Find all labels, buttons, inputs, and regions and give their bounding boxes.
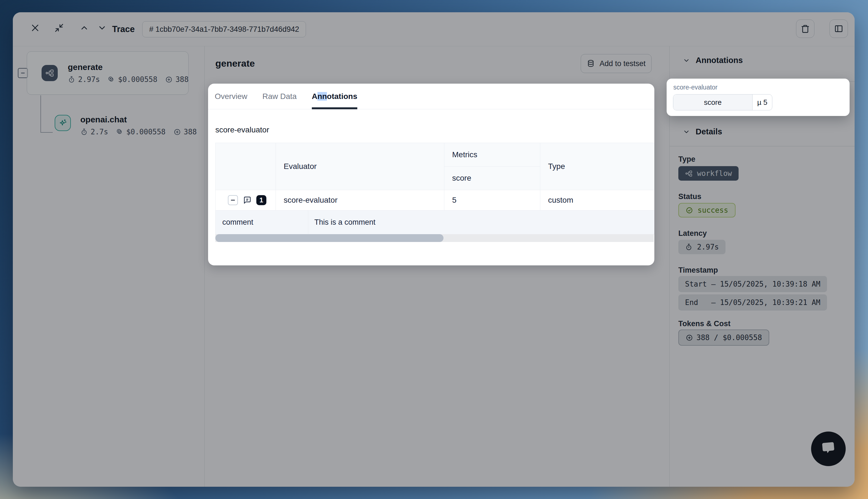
horizontal-scrollbar[interactable] (215, 234, 654, 242)
metric-name: score (673, 95, 752, 110)
metric-pill: score µ 5 (673, 94, 772, 110)
header-cell-type: Type (540, 143, 654, 190)
active-tab-underline (312, 107, 357, 109)
table-row[interactable]: 1 score-evaluator 5 custom (216, 190, 654, 210)
cell-type: custom (540, 190, 654, 210)
cell-score: 5 (444, 190, 540, 210)
minus-icon (230, 197, 236, 204)
tabs-row: Overview Raw Data Annotations (208, 84, 654, 109)
header-cell-empty (216, 143, 276, 190)
header-cell-metric-score: score (444, 167, 540, 190)
annotations-table: Evaluator Metrics score Type 1 score-eva… (215, 143, 654, 234)
comment-value: This is a comment (308, 210, 654, 234)
evaluator-section-title: score-evaluator (215, 125, 269, 134)
cell-evaluator: score-evaluator (276, 190, 444, 210)
text-selection: nn (317, 92, 327, 101)
annotation-popover: score-evaluator score µ 5 (667, 78, 849, 116)
comment-label: comment (216, 210, 308, 234)
trace-dialog: Trace # 1cbb70e7-34a1-7bb7-3498-771b7d46… (13, 12, 855, 487)
annotations-card: Overview Raw Data Annotations score-eval… (208, 84, 654, 265)
tab-overview[interactable]: Overview (215, 84, 248, 109)
tab-raw-data[interactable]: Raw Data (263, 84, 297, 109)
header-cell-evaluator: Evaluator (276, 143, 444, 190)
header-cell-metrics: Metrics score (444, 143, 540, 190)
comment-row: comment This is a comment (216, 210, 654, 234)
popover-evaluator-name: score-evaluator (673, 84, 718, 91)
comment-count-badge[interactable]: 1 (256, 195, 266, 205)
comment-icon[interactable] (243, 196, 251, 204)
tab-annotations[interactable]: Annotations (312, 84, 357, 109)
table-header-row: Evaluator Metrics score Type (216, 143, 654, 190)
row-collapse-checkbox[interactable] (228, 195, 238, 205)
scrollbar-thumb[interactable] (215, 234, 444, 242)
metric-value: µ 5 (752, 95, 772, 110)
